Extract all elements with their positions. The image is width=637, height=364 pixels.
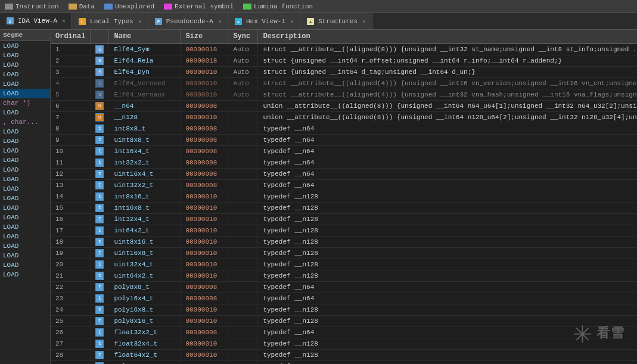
sidebar-item-11[interactable]: LOAD — [0, 146, 50, 155]
cell-name[interactable]: int16x4_t — [109, 146, 181, 157]
table-row[interactable]: 27tfloat32x4_t00000010typedef __n128 — [51, 338, 637, 350]
cell-name[interactable]: uint32x4_t — [109, 259, 181, 270]
table-row[interactable]: 2sElf64_Rela00000018Autostruct {unsigned… — [51, 55, 637, 67]
cell-name[interactable]: int32x2_t — [109, 157, 181, 169]
sidebar-item-8[interactable]: , char... — [0, 117, 50, 127]
sidebar-item-4[interactable]: LOAD — [0, 79, 50, 89]
cell-name[interactable]: Elf64_Sym — [109, 43, 181, 55]
tab-pseudocode-close[interactable]: ✕ — [218, 18, 222, 25]
tab-hex-view[interactable]: H Hex View-1 ✕ — [228, 13, 300, 30]
col-desc[interactable]: Description — [258, 30, 637, 43]
table-row[interactable]: 7u__n12800000010union __attribute__((ali… — [51, 112, 637, 123]
cell-name[interactable]: uint32x2_t — [109, 180, 181, 191]
tab-local-types-close[interactable]: ✕ — [138, 18, 142, 25]
cell-name[interactable]: poly8x16_t — [109, 316, 181, 327]
cell-name[interactable]: uint64x2_t — [109, 270, 181, 282]
table-row[interactable]: 12tuint16x4_t00000008typedef __n64 — [51, 169, 637, 180]
sidebar-item-7[interactable]: LOAD — [0, 108, 50, 117]
tab-structures-close[interactable]: ✕ — [362, 18, 366, 25]
sidebar-item-23[interactable]: LOAD — [0, 260, 50, 270]
cell-name[interactable]: __n128 — [109, 112, 181, 123]
table-row[interactable]: 11tint32x2_t00000008typedef __n64 — [51, 157, 637, 169]
cell-name[interactable]: int16x8_t — [109, 203, 181, 214]
table-row[interactable]: 9tuint8x8_t00000008typedef __n64 — [51, 135, 637, 146]
sidebar-item-5-selected[interactable]: LOAD — [0, 89, 50, 98]
table-row[interactable]: 1sElf64_Sym00000018Autostruct __attribut… — [51, 43, 637, 55]
table-row[interactable]: 19tuint16x8_t00000010typedef __n128 — [51, 248, 637, 259]
tab-hex-close[interactable]: ✕ — [290, 18, 294, 25]
table-row[interactable]: 21tuint64x2_t00000010typedef __n128 — [51, 270, 637, 282]
table-row[interactable]: 4sElf64_Verneed00000010Autostruct __attr… — [51, 78, 637, 89]
tab-structures[interactable]: A Structures ✕ — [300, 13, 372, 30]
table-row[interactable]: 20tuint32x4_t00000010typedef __n128 — [51, 259, 637, 270]
cell-name[interactable]: uint8x8_t — [109, 135, 181, 146]
tab-local-types[interactable]: L Local Types ✕ — [72, 13, 148, 30]
col-sync[interactable]: Sync — [228, 30, 258, 43]
cell-name[interactable]: float32x2_t — [109, 327, 181, 338]
cell-name[interactable]: Elf64_Rela — [109, 55, 181, 67]
sidebar-item-1[interactable]: LOAD — [0, 51, 50, 60]
cell-name[interactable]: int32x4_t — [109, 214, 181, 225]
table-row[interactable]: 26tfloat32x2_t00000008typedef __n64 — [51, 327, 637, 338]
table-row[interactable]: 8tint8x8_t00000008typedef __n64 — [51, 123, 637, 135]
tab-ida-close[interactable]: ✕ — [62, 17, 66, 24]
sidebar-item-24[interactable]: LOAD — [0, 270, 50, 279]
cell-name[interactable]: Elf64_Vernaux — [109, 89, 181, 101]
sidebar-item-10[interactable]: LOAD — [0, 136, 50, 146]
sidebar-item-14[interactable]: LOAD — [0, 175, 50, 184]
table-row[interactable]: 16tint32x4_t00000010typedef __n128 — [51, 214, 637, 225]
sidebar-item-15[interactable]: LOAD — [0, 184, 50, 194]
sidebar-item-21[interactable]: LOAD — [0, 241, 50, 251]
cell-name[interactable]: uint8x16_t — [109, 237, 181, 248]
cell-name[interactable]: poly128_t — [109, 361, 181, 365]
sidebar-item-6[interactable]: char *) — [0, 98, 50, 108]
cell-name[interactable]: int64x2_t — [109, 225, 181, 237]
table-row[interactable]: 14tint8x16_t00000010typedef __n128 — [51, 191, 637, 203]
cell-name[interactable]: Elf64_Verneed — [109, 78, 181, 89]
cell-name[interactable]: int8x8_t — [109, 123, 181, 135]
cell-name[interactable]: uint16x4_t — [109, 169, 181, 180]
sidebar-item-17[interactable]: LOAD — [0, 203, 50, 213]
cell-name[interactable]: poly16x4_t — [109, 293, 181, 304]
table-row[interactable]: 22tpoly8x8_t00000008typedef __n64 — [51, 282, 637, 293]
sidebar-item-19[interactable]: LOAD — [0, 222, 50, 232]
sidebar-item-0[interactable]: LOAD — [0, 41, 50, 51]
col-ordinal[interactable]: Ordinal — [51, 30, 91, 43]
col-name[interactable]: Name — [109, 30, 181, 43]
table-row[interactable]: 25tpoly8x16_t00000010typedef __n128 — [51, 316, 637, 327]
table-row[interactable]: 28tfloat64x2_t00000010typedef __n128 — [51, 350, 637, 361]
sidebar-item-2[interactable]: LOAD — [0, 60, 50, 70]
cell-name[interactable]: int8x16_t — [109, 191, 181, 203]
sidebar-item-12[interactable]: LOAD — [0, 155, 50, 165]
table-row[interactable]: 23tpoly16x4_t00000008typedef __n64 — [51, 293, 637, 304]
table-row[interactable]: 17tint64x2_t00000010typedef __n128 — [51, 225, 637, 237]
sidebar-item-3[interactable]: LOAD — [0, 70, 50, 79]
sidebar-item-16[interactable]: LOAD — [0, 194, 50, 203]
sidebar-item-13[interactable]: LOAD — [0, 165, 50, 175]
cell-name[interactable]: __n64 — [109, 101, 181, 112]
sidebar-item-18[interactable]: LOAD — [0, 213, 50, 222]
sidebar-item-20[interactable]: LOAD — [0, 232, 50, 241]
sidebar-item-22[interactable]: LOAD — [0, 251, 50, 260]
table-row[interactable]: 6u__n6400000008union __attribute__((alig… — [51, 101, 637, 112]
cell-name[interactable]: poly8x8_t — [109, 282, 181, 293]
tab-ida-view[interactable]: I IDA View-A ✕ — [0, 13, 72, 30]
cell-name[interactable]: Elf64_Dyn — [109, 67, 181, 78]
table-container[interactable]: Ordinal Name Size Sync Description 1sElf… — [51, 30, 637, 364]
table-row[interactable]: 15tint16x8_t00000010typedef __n128 — [51, 203, 637, 214]
col-size[interactable]: Size — [181, 30, 228, 43]
table-row[interactable]: 10tint16x4_t00000008typedef __n64 — [51, 146, 637, 157]
table-row[interactable]: 24tpoly16x8_t00000010typedef __n128 — [51, 304, 637, 316]
table-row[interactable]: 29tpoly128_t00000010typedef __n128 — [51, 361, 637, 365]
table-row[interactable]: 18tuint8x16_t00000010typedef __n128 — [51, 237, 637, 248]
table-row[interactable]: 5sElf64_Vernaux00000010Autostruct __attr… — [51, 89, 637, 101]
cell-sync — [228, 203, 258, 214]
cell-name[interactable]: float32x4_t — [109, 338, 181, 350]
sidebar-item-9[interactable]: LOAD — [0, 127, 50, 136]
table-row[interactable]: 13tuint32x2_t00000008typedef __n64 — [51, 180, 637, 191]
cell-name[interactable]: uint16x8_t — [109, 248, 181, 259]
tab-pseudocode[interactable]: P Pseudocode-A ✕ — [148, 13, 228, 30]
cell-name[interactable]: float64x2_t — [109, 350, 181, 361]
table-row[interactable]: 3sElf64_Dyn00000010Autostruct {unsigned … — [51, 67, 637, 78]
cell-name[interactable]: poly16x8_t — [109, 304, 181, 316]
